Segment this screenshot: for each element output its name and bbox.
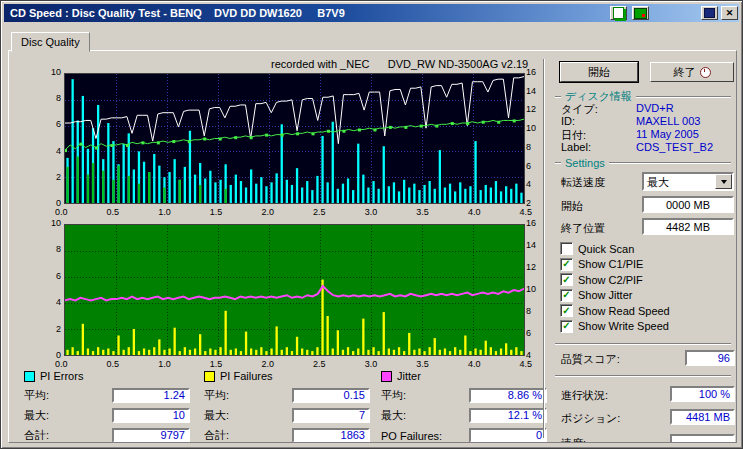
quality-score-label: 品質スコア: bbox=[561, 352, 620, 367]
checkbox-show-read-speed[interactable]: ✓Show Read Speed bbox=[560, 303, 730, 319]
tick-label: 10 bbox=[526, 284, 536, 294]
tick-label: 12 bbox=[526, 104, 536, 114]
total-value: 9797 bbox=[112, 428, 190, 443]
max-label: 最大: bbox=[24, 408, 49, 423]
stop-button[interactable]: 終了 bbox=[650, 62, 734, 82]
checkbox-show-write-speed[interactable]: ✓Show Write Speed bbox=[560, 319, 730, 335]
tick-label: 8 bbox=[56, 93, 61, 103]
tick-label: 2 bbox=[56, 172, 61, 182]
checkbox-box[interactable]: ✓ bbox=[560, 273, 573, 286]
tick-label: 10 bbox=[526, 123, 536, 133]
tick-label: 6 bbox=[56, 119, 61, 129]
checkbox-quick-scan[interactable]: Quick Scan bbox=[560, 241, 730, 257]
y-axis-right: 161412108642 bbox=[526, 67, 544, 208]
tick-label: 3.0 bbox=[365, 207, 378, 217]
capture-screen-button[interactable] bbox=[632, 6, 649, 20]
tick-label: 1.5 bbox=[210, 207, 223, 217]
checkbox-box[interactable]: ✓ bbox=[560, 320, 573, 333]
avg-value: 0.15 bbox=[292, 388, 370, 403]
checkbox-label: Show Read Speed bbox=[578, 305, 670, 317]
disc-id-label: ID: bbox=[561, 115, 575, 127]
max-label: 最大: bbox=[204, 408, 229, 423]
transfer-rate-select[interactable]: 最大 bbox=[642, 172, 734, 191]
checkbox-show-jitter[interactable]: ✓Show Jitter bbox=[560, 288, 730, 304]
disc-label-value: CDS_TEST_B2 bbox=[636, 141, 713, 153]
tab-disc-quality[interactable]: Disc Quality bbox=[11, 32, 90, 52]
dropdown-button[interactable] bbox=[715, 174, 732, 189]
tick-label: 10 bbox=[51, 218, 61, 228]
legend-label: PI Failures bbox=[220, 370, 273, 382]
separator bbox=[555, 343, 731, 345]
checkbox-show-c2-pif[interactable]: ✓Show C2/PIF bbox=[560, 272, 730, 288]
max-value: 10 bbox=[112, 408, 190, 423]
close-icon: ✕ bbox=[726, 8, 734, 18]
disc-label-row: Label: CDS_TEST_B2 bbox=[561, 141, 591, 153]
app-window: CD Speed : Disc Quality Test - BENQ DVD … bbox=[0, 0, 743, 449]
tick-label: 1.0 bbox=[158, 359, 171, 369]
pi-errors-legend: PI Errors bbox=[24, 369, 190, 383]
tick-label: 12 bbox=[526, 262, 536, 272]
x-axis: 0.00.51.01.52.02.53.03.54.04.5 bbox=[55, 359, 532, 369]
checkbox-box[interactable]: ✓ bbox=[560, 289, 573, 302]
po-failures-value: 0 bbox=[469, 428, 547, 443]
checkbox-show-c1-pie[interactable]: ✓Show C1/PIE bbox=[560, 257, 730, 273]
start-button-label: 開始 bbox=[588, 65, 610, 80]
checkbox-label: Quick Scan bbox=[578, 243, 634, 255]
start-position-label: 開始 bbox=[561, 199, 583, 214]
tick-label: 16 bbox=[526, 67, 536, 77]
progress-value: 100 % bbox=[699, 388, 730, 400]
avg-value: 1.24 bbox=[112, 388, 190, 403]
tick-label: 1.5 bbox=[210, 359, 223, 369]
tab-page: recorded with _NEC DVD_RW ND-3500AG v2.1… bbox=[8, 50, 737, 443]
tick-label: 10 bbox=[51, 67, 61, 77]
pi-failures-swatch bbox=[204, 371, 215, 382]
separator bbox=[555, 375, 731, 377]
chevron-down-icon bbox=[721, 180, 727, 184]
tick-label: 14 bbox=[526, 86, 536, 96]
close-button[interactable]: ✕ bbox=[721, 6, 738, 20]
sidebar-divider bbox=[543, 59, 545, 438]
checkbox-box[interactable]: ✓ bbox=[560, 258, 573, 271]
legend-label: Jitter bbox=[397, 370, 421, 382]
tick-label: 0.5 bbox=[107, 359, 120, 369]
checkbox-label: Show C2/PIF bbox=[578, 274, 643, 286]
checkbox-label: Show C1/PIE bbox=[578, 258, 643, 270]
disc-date-label: 日付: bbox=[561, 129, 586, 141]
jitter-legend: Jitter bbox=[381, 369, 547, 383]
tick-label: 4.0 bbox=[468, 207, 481, 217]
start-position-field[interactable]: 0000 MB bbox=[642, 196, 734, 213]
tick-label: 2.0 bbox=[261, 207, 274, 217]
jitter-swatch bbox=[381, 371, 392, 382]
position-value: 4481 MB bbox=[686, 411, 730, 423]
y-axis-left: 1086420 bbox=[44, 67, 61, 208]
checkbox-box[interactable] bbox=[560, 242, 573, 255]
max-value: 12.1 % bbox=[469, 408, 547, 423]
tick-label: 3.5 bbox=[416, 359, 429, 369]
window-title: CD Speed : Disc Quality Test - BENQ DVD … bbox=[4, 7, 345, 19]
max-value: 7 bbox=[292, 408, 370, 423]
pi-errors-stats: PI Errors 平均:1.24 最大:10 合計:9797 bbox=[24, 369, 190, 443]
pi-errors-chart: 1086420 161412108642 0.00.51.01.52.02.53… bbox=[64, 73, 523, 202]
start-button[interactable]: 開始 bbox=[560, 62, 638, 82]
pi-failures-chart: 1086420 16141210864 0.00.51.01.52.02.53.… bbox=[64, 224, 523, 354]
settings-title: Settings bbox=[565, 157, 605, 169]
tick-label: 4 bbox=[526, 179, 531, 189]
y-axis-left: 1086420 bbox=[44, 218, 61, 360]
tick-label: 0.0 bbox=[55, 207, 68, 217]
end-position-field[interactable]: 4482 MB bbox=[642, 218, 734, 235]
progress-label: 進行状況: bbox=[561, 388, 608, 403]
tick-label: 3.5 bbox=[416, 207, 429, 217]
tick-label: 6 bbox=[526, 161, 531, 171]
checkbox-box[interactable]: ✓ bbox=[560, 304, 573, 317]
disc-id-value: MAXELL 003 bbox=[636, 115, 700, 127]
jitter-stats: Jitter 平均:8.86 % 最大:12.1 % PO Failures:0 bbox=[381, 369, 547, 443]
quality-score-value-box: 96 bbox=[685, 350, 735, 366]
tick-label: 2 bbox=[56, 324, 61, 334]
y-axis-right: 16141210864 bbox=[526, 218, 544, 360]
capture-page-button[interactable] bbox=[610, 6, 627, 20]
checkbox-list: Quick Scan✓Show C1/PIE✓Show C2/PIF✓Show … bbox=[560, 241, 730, 334]
titlebar[interactable]: CD Speed : Disc Quality Test - BENQ DVD … bbox=[4, 4, 739, 22]
total-label: 合計: bbox=[204, 428, 229, 443]
tick-label: 0.5 bbox=[107, 207, 120, 217]
minimize-button[interactable] bbox=[701, 6, 718, 20]
